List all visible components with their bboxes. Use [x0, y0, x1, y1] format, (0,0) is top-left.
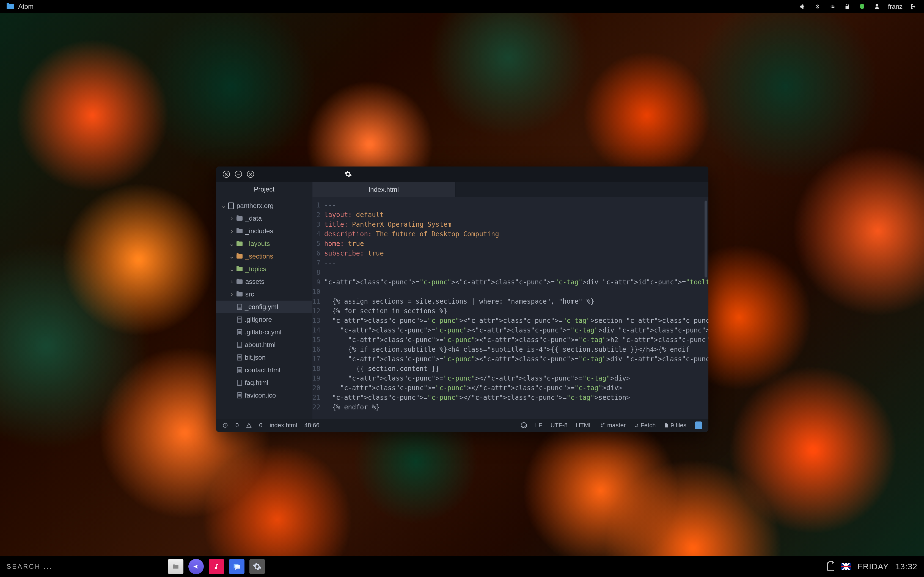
dock-chat-icon[interactable]	[229, 559, 244, 574]
folder-icon	[236, 229, 242, 233]
tree-folder[interactable]: ›src	[216, 288, 312, 301]
username-label[interactable]: franz	[888, 3, 903, 10]
tabs-row: Project index.html	[216, 182, 708, 197]
tree-item-label: favicon.ico	[245, 392, 276, 399]
chevron-right-icon: ›	[230, 227, 234, 235]
file-icon	[237, 380, 242, 386]
chevron-down-icon: ⌄	[230, 253, 234, 260]
status-filename[interactable]: index.html	[270, 422, 297, 429]
code-content[interactable]: --- layout: default title: PantherX Oper…	[324, 197, 708, 419]
dock-browser-icon[interactable]	[188, 559, 204, 574]
tree-file[interactable]: .gitignore	[216, 313, 312, 326]
user-icon[interactable]	[873, 3, 881, 10]
dock-settings-icon[interactable]	[249, 559, 265, 574]
folder-icon	[236, 242, 242, 246]
active-app-name: Atom	[18, 3, 34, 10]
app-folder-icon	[6, 4, 14, 9]
keyboard-layout-icon[interactable]	[841, 563, 851, 570]
clock-time[interactable]: 13:32	[895, 562, 918, 571]
gear-icon[interactable]	[344, 170, 352, 178]
squirrel-icon[interactable]	[695, 421, 702, 429]
chevron-down-icon: ⌄	[222, 202, 226, 210]
folder-icon	[236, 267, 242, 271]
top-panel: Atom franz	[0, 0, 924, 13]
folder-icon	[236, 292, 242, 297]
tree-file[interactable]: .gitlab-ci.yml	[216, 326, 312, 338]
file-icon	[237, 316, 242, 322]
window-titlebar[interactable]	[216, 166, 708, 182]
file-icon	[237, 304, 242, 310]
tree-folder[interactable]: ›_includes	[216, 225, 312, 237]
logout-icon[interactable]	[910, 3, 918, 10]
file-tree[interactable]: ⌄ pantherx.org ›_data›_includes⌄_layouts…	[216, 197, 312, 419]
vertical-scrollbar[interactable]	[704, 201, 707, 277]
chevron-right-icon: ›	[230, 278, 234, 285]
error-count: 0	[236, 422, 239, 429]
file-icon	[237, 367, 242, 373]
git-branch[interactable]: master	[601, 422, 626, 429]
dock-music-icon[interactable]	[209, 559, 224, 574]
bluetooth-icon[interactable]	[814, 3, 821, 10]
tree-item-label: _sections	[245, 253, 273, 260]
tree-item-label: _data	[245, 214, 262, 222]
code-editor[interactable]: 12345678910111213141516171819202122 --- …	[312, 197, 708, 419]
folder-icon	[236, 279, 242, 284]
tree-file[interactable]: bit.json	[216, 351, 312, 364]
search-input[interactable]: SEARCH ...	[6, 563, 53, 571]
git-files-changed[interactable]: 9 files	[664, 422, 687, 429]
lock-icon[interactable]	[843, 3, 851, 10]
language-mode[interactable]: HTML	[576, 422, 592, 429]
file-icon	[237, 342, 242, 348]
tree-item-label: faq.html	[245, 379, 268, 387]
bottom-panel: SEARCH ... FRIDAY 13:32	[0, 556, 924, 577]
tree-folder[interactable]: ›assets	[216, 275, 312, 288]
line-ending[interactable]: LF	[535, 422, 542, 429]
file-tab[interactable]: index.html	[312, 182, 456, 197]
tree-folder[interactable]: ›_data	[216, 212, 312, 225]
tree-file[interactable]: about.html	[216, 338, 312, 351]
tabs-empty-area[interactable]	[456, 182, 708, 197]
volume-icon[interactable]	[799, 3, 806, 10]
folder-icon	[236, 216, 242, 221]
tree-file[interactable]: contact.html	[216, 364, 312, 376]
tree-file[interactable]: favicon.ico	[216, 389, 312, 402]
chevron-down-icon: ⌄	[230, 240, 234, 248]
wifi-icon[interactable]	[829, 3, 836, 10]
file-icon	[237, 392, 242, 398]
warning-count: 0	[259, 422, 262, 429]
check-icon[interactable]	[521, 422, 527, 428]
tree-file[interactable]: faq.html	[216, 376, 312, 389]
tree-folder[interactable]: ⌄_topics	[216, 263, 312, 275]
line-gutter: 12345678910111213141516171819202122	[312, 197, 324, 419]
shield-icon[interactable]	[858, 3, 866, 10]
clock-day[interactable]: FRIDAY	[858, 562, 889, 571]
encoding[interactable]: UTF-8	[551, 422, 568, 429]
svg-text:i: i	[225, 424, 226, 427]
error-icon[interactable]: i	[222, 422, 228, 428]
warning-icon[interactable]	[246, 422, 252, 428]
tree-item-label: _layouts	[245, 240, 270, 248]
file-icon	[237, 355, 242, 361]
tree-root-label: pantherx.org	[236, 202, 274, 210]
tree-file[interactable]: _config.yml	[216, 301, 312, 313]
repo-icon	[228, 203, 234, 209]
tree-item-label: bit.json	[245, 354, 266, 361]
tree-item-label: _topics	[245, 265, 266, 273]
folder-icon	[236, 254, 242, 259]
tree-item-label: .gitlab-ci.yml	[245, 328, 281, 336]
chevron-down-icon: ⌄	[230, 265, 234, 273]
tree-folder[interactable]: ⌄_layouts	[216, 237, 312, 250]
tree-item-label: .gitignore	[245, 316, 272, 323]
chevron-right-icon: ›	[230, 214, 234, 222]
window-maximize-button[interactable]	[247, 171, 254, 178]
file-icon	[237, 329, 242, 335]
window-close-button[interactable]	[223, 171, 230, 178]
dock-files-icon[interactable]	[168, 559, 183, 574]
cursor-position[interactable]: 48:66	[304, 422, 320, 429]
tree-folder[interactable]: ⌄_sections	[216, 250, 312, 263]
git-fetch[interactable]: Fetch	[634, 422, 656, 429]
tree-root[interactable]: ⌄ pantherx.org	[216, 200, 312, 212]
window-minimize-button[interactable]	[235, 171, 242, 178]
project-tab[interactable]: Project	[216, 182, 312, 197]
clipboard-icon[interactable]	[827, 562, 834, 571]
